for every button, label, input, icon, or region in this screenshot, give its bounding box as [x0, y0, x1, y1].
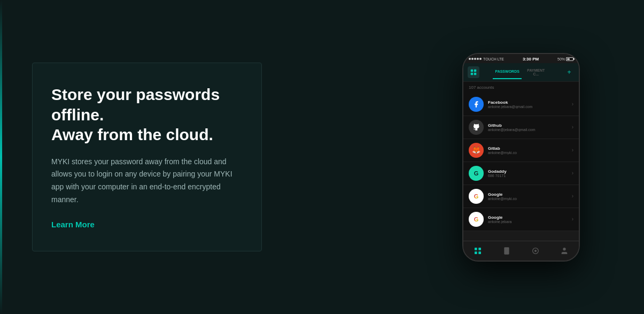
account-info: Gitlab antoine@myki.co — [488, 146, 568, 155]
nav-tablet-icon[interactable] — [501, 246, 512, 256]
account-name: Google — [488, 192, 568, 197]
account-email: antoine.jebara — [488, 220, 568, 224]
tab-payment[interactable]: PAYMENT C... — [522, 65, 550, 79]
chevron-right-icon: › — [572, 124, 573, 130]
svg-rect-5 — [478, 248, 481, 250]
chevron-right-icon: › — [572, 101, 573, 107]
svg-rect-7 — [478, 251, 481, 254]
status-bar: TOUCH LTE 3:30 PM 50% — [463, 54, 579, 63]
account-info: Facebook antoine.jebara@gmail.com — [488, 100, 568, 109]
account-info: Godaddy 686 70171 — [488, 169, 568, 178]
account-name: Godaddy — [488, 169, 568, 174]
tab-passwords[interactable]: PASSWORDS — [493, 65, 522, 79]
avatar: 🦊 — [469, 143, 484, 158]
account-email: 686 70171 — [488, 174, 568, 178]
account-email: antoine@myki.co — [488, 151, 568, 155]
list-item[interactable]: Facebook antoine.jebara@gmail.com › — [463, 93, 579, 116]
chevron-right-icon: › — [572, 193, 573, 199]
account-email: antoine@myki.co — [488, 197, 568, 201]
tab-bar: PASSWORDS PAYMENT C... — [493, 65, 550, 79]
chevron-right-icon: › — [572, 170, 573, 176]
signal-dots — [469, 58, 482, 60]
account-info: Google antoine@myki.co — [488, 192, 568, 201]
headline-text: Store your passwords offline.Away from t… — [51, 86, 220, 143]
avatar — [469, 120, 484, 135]
nav-grid-icon[interactable] — [472, 246, 483, 256]
add-tab-button[interactable]: + — [564, 68, 575, 76]
feature-card: Store your passwords offline.Away from t… — [32, 63, 262, 251]
account-name: Gitlab — [488, 146, 568, 151]
battery-icon — [566, 57, 573, 61]
carrier-text: TOUCH LTE — [483, 57, 504, 61]
account-email: antoine.jebara@gmail.com — [488, 105, 568, 109]
status-battery: 50% — [557, 57, 573, 61]
avatar — [469, 97, 484, 112]
account-email: antoine@jebara@gmail.com — [488, 128, 568, 132]
status-time: 3:30 PM — [523, 57, 539, 62]
svg-rect-2 — [471, 72, 473, 74]
accounts-header: 107 accounts — [463, 82, 579, 93]
svg-rect-4 — [475, 248, 477, 250]
list-item[interactable]: G Godaddy 686 70171 › — [463, 162, 579, 185]
status-carrier: TOUCH LTE — [469, 57, 504, 61]
avatar: G — [469, 166, 484, 181]
avatar: G — [469, 212, 484, 227]
account-name: Github — [488, 123, 568, 128]
battery-percent: 50% — [557, 57, 565, 61]
svg-rect-1 — [474, 69, 476, 71]
account-info: Github antoine@jebara@gmail.com — [488, 123, 568, 132]
list-item[interactable]: Github antoine@jebara@gmail.com › — [463, 116, 579, 139]
account-name: Google — [488, 215, 568, 220]
nav-profile-icon[interactable] — [559, 246, 570, 256]
svg-point-11 — [563, 248, 565, 250]
avatar: G — [469, 189, 484, 204]
description-text: MYKI stores your password away from the … — [51, 156, 243, 206]
headline: Store your passwords offline.Away from t… — [51, 85, 243, 145]
svg-rect-6 — [475, 251, 477, 254]
nav-scan-icon[interactable] — [530, 246, 541, 256]
bottom-nav — [463, 241, 579, 261]
phone-showcase: TOUCH LTE 3:30 PM 50% PASSWORDS PAYMENT … — [262, 53, 612, 262]
svg-rect-0 — [471, 69, 473, 71]
account-list: Facebook antoine.jebara@gmail.com › Gith… — [463, 93, 579, 231]
app-icon — [468, 66, 479, 78]
account-name: Facebook — [488, 100, 568, 105]
chevron-right-icon: › — [572, 147, 573, 153]
list-item[interactable]: G Google antoine.jebara › — [463, 208, 579, 231]
list-item[interactable]: 🦊 Gitlab antoine@myki.co › — [463, 139, 579, 162]
svg-point-10 — [534, 250, 537, 252]
account-info: Google antoine.jebara — [488, 215, 568, 224]
learn-more-link[interactable]: Learn More — [51, 220, 95, 229]
chevron-right-icon: › — [572, 216, 573, 222]
svg-rect-3 — [474, 72, 476, 74]
svg-rect-8 — [504, 247, 509, 254]
phone-mockup: TOUCH LTE 3:30 PM 50% PASSWORDS PAYMENT … — [462, 53, 580, 262]
list-item[interactable]: G Google antoine@myki.co › — [463, 185, 579, 208]
